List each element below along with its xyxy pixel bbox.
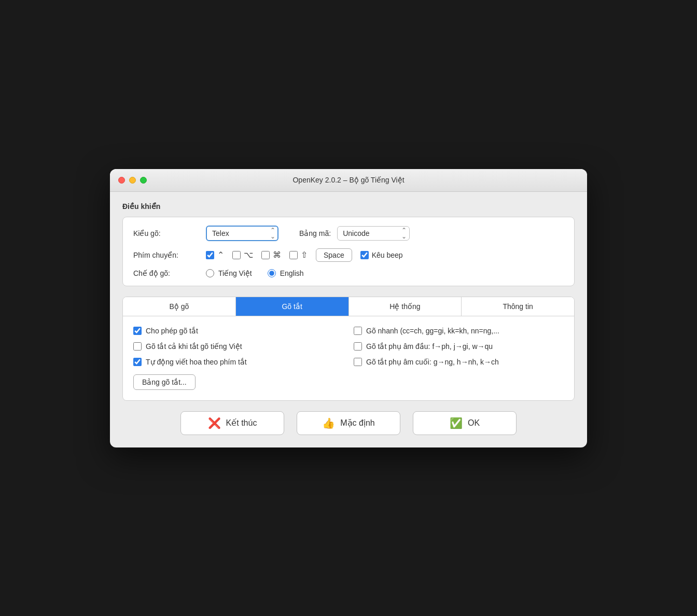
opt3-checkbox[interactable]: [133, 358, 142, 366]
tabs-panel: Bộ gõ Gõ tắt Hệ thống Thông tin Cho phép…: [122, 297, 575, 401]
phim-chuyen-items: ⌃ ⌥ ⌘ ⇧ Space: [206, 248, 403, 262]
phim-chuyen-row: Phím chuyển: ⌃ ⌥ ⌘: [133, 248, 564, 262]
phim-chuyen-shift: ⇧: [289, 250, 308, 260]
opt1-label: Cho phép gõ tắt: [146, 327, 198, 335]
section-label: Điều khiển: [122, 202, 575, 211]
phim-chuyen-shift-checkbox[interactable]: [289, 251, 298, 259]
ok-icon: ✅: [450, 417, 463, 429]
opt6: Gõ tắt phụ âm cuối: g→ng, h→nh, k→ch: [354, 358, 564, 366]
bang-go-tat-button[interactable]: Bảng gõ tắt...: [133, 374, 196, 390]
opt6-checkbox[interactable]: [354, 358, 362, 366]
ok-label: OK: [468, 418, 480, 428]
che-do-go-row: Chế độ gõ: Tiếng Việt English: [133, 269, 564, 277]
main-window: OpenKey 2.0.2 – Bộ gõ Tiếng Việt Điều kh…: [110, 169, 587, 447]
titlebar: OpenKey 2.0.2 – Bộ gõ Tiếng Việt: [110, 169, 587, 192]
opt5-checkbox[interactable]: [354, 342, 362, 351]
opt2: Gõ tắt cả khi tắt gõ tiếng Việt: [133, 342, 343, 351]
mac-dinh-icon: 👍: [322, 417, 335, 429]
shift-icon: ⇧: [301, 250, 308, 260]
minimize-button[interactable]: [129, 177, 136, 184]
opt3-label: Tự động viết hoa theo phím tắt: [146, 358, 247, 366]
ket-thuc-button[interactable]: ❌ Kết thúc: [180, 411, 284, 435]
ok-button[interactable]: ✅ OK: [413, 411, 517, 435]
tab-go-tat[interactable]: Gõ tắt: [236, 297, 349, 316]
control-panel: Kiểu gõ: Telex VNI VIQR ⌃⌄ Bảng mã: Unic…: [122, 217, 575, 286]
che-do-go-label: Chế độ gõ:: [133, 269, 206, 277]
kieu-go-row: Kiểu gõ: Telex VNI VIQR ⌃⌄ Bảng mã: Unic…: [133, 226, 564, 241]
opt4-checkbox[interactable]: [354, 327, 362, 335]
traffic-lights: [118, 177, 147, 184]
tieng-viet-radio[interactable]: [206, 269, 214, 277]
maximize-button[interactable]: [140, 177, 147, 184]
opt3: Tự động viết hoa theo phím tắt: [133, 358, 343, 366]
opt4: Gõ nhanh (cc=ch, gg=gi, kk=kh, nn=ng,...: [354, 327, 564, 335]
tieng-viet-label: Tiếng Việt: [218, 269, 252, 277]
mac-dinh-button[interactable]: 👍 Mặc định: [297, 411, 400, 435]
kieu-go-select[interactable]: Telex VNI VIQR: [206, 226, 278, 241]
cmd-icon: ⌘: [273, 250, 281, 260]
english-label: English: [280, 269, 304, 277]
tab-he-thong[interactable]: Hệ thống: [349, 297, 462, 316]
bang-ma-select[interactable]: Unicode TCVN3 VNI: [337, 226, 410, 241]
close-button[interactable]: [118, 177, 125, 184]
phim-chuyen-label: Phím chuyển:: [133, 251, 206, 259]
opt2-checkbox[interactable]: [133, 342, 142, 351]
phim-chuyen-ctrl: ⌃: [206, 250, 224, 260]
opt1: Cho phép gõ tắt: [133, 327, 343, 335]
opt5-label: Gõ tắt phụ âm đầu: f→ph, j→gi, w→qu: [366, 342, 493, 351]
keu-beep-checkbox[interactable]: [360, 251, 369, 259]
ket-thuc-label: Kết thúc: [226, 418, 257, 428]
phim-chuyen-cmd-checkbox[interactable]: [261, 251, 270, 259]
keu-beep-item: Kêu beep: [360, 251, 403, 259]
kieu-go-label: Kiểu gõ:: [133, 229, 206, 237]
ket-thuc-icon: ❌: [208, 417, 221, 429]
tieng-viet-radio-item: Tiếng Việt: [206, 269, 252, 277]
ctrl-icon: ⌃: [217, 250, 224, 260]
tab-bo-go[interactable]: Bộ gõ: [123, 297, 236, 316]
opt2-label: Gõ tắt cả khi tắt gõ tiếng Việt: [146, 342, 242, 351]
tab-thong-tin[interactable]: Thông tin: [462, 297, 574, 316]
phim-chuyen-cmd: ⌘: [261, 250, 281, 260]
tab-options-grid: Cho phép gõ tắt Gõ nhanh (cc=ch, gg=gi, …: [133, 327, 564, 366]
opt5: Gõ tắt phụ âm đầu: f→ph, j→gi, w→qu: [354, 342, 564, 351]
tab-go-tat-content: Cho phép gõ tắt Gõ nhanh (cc=ch, gg=gi, …: [123, 316, 574, 400]
space-button[interactable]: Space: [316, 248, 352, 262]
opt4-label: Gõ nhanh (cc=ch, gg=gi, kk=kh, nn=ng,...: [366, 327, 499, 335]
phim-chuyen-alt-checkbox[interactable]: [232, 251, 241, 259]
opt6-label: Gõ tắt phụ âm cuối: g→ng, h→nh, k→ch: [366, 358, 499, 366]
bang-ma-select-wrapper: Unicode TCVN3 VNI ⌃⌄: [337, 226, 410, 241]
kieu-go-select-wrapper: Telex VNI VIQR ⌃⌄: [206, 226, 278, 241]
window-title: OpenKey 2.0.2 – Bộ gõ Tiếng Việt: [292, 176, 404, 184]
tabs-header: Bộ gõ Gõ tắt Hệ thống Thông tin: [123, 297, 574, 316]
opt1-checkbox[interactable]: [133, 327, 142, 335]
radio-group: Tiếng Việt English: [206, 269, 304, 277]
keu-beep-label: Kêu beep: [372, 251, 403, 259]
phim-chuyen-ctrl-checkbox[interactable]: [206, 251, 214, 259]
english-radio-item: English: [268, 269, 304, 277]
english-radio[interactable]: [268, 269, 276, 277]
main-content: Điều khiển Kiểu gõ: Telex VNI VIQR ⌃⌄ Bả…: [110, 192, 587, 447]
alt-icon: ⌥: [244, 250, 253, 260]
bang-ma-label: Bảng mã:: [299, 229, 331, 237]
mac-dinh-label: Mặc định: [340, 418, 374, 428]
bottom-buttons: ❌ Kết thúc 👍 Mặc định ✅ OK: [122, 411, 575, 435]
phim-chuyen-alt: ⌥: [232, 250, 253, 260]
